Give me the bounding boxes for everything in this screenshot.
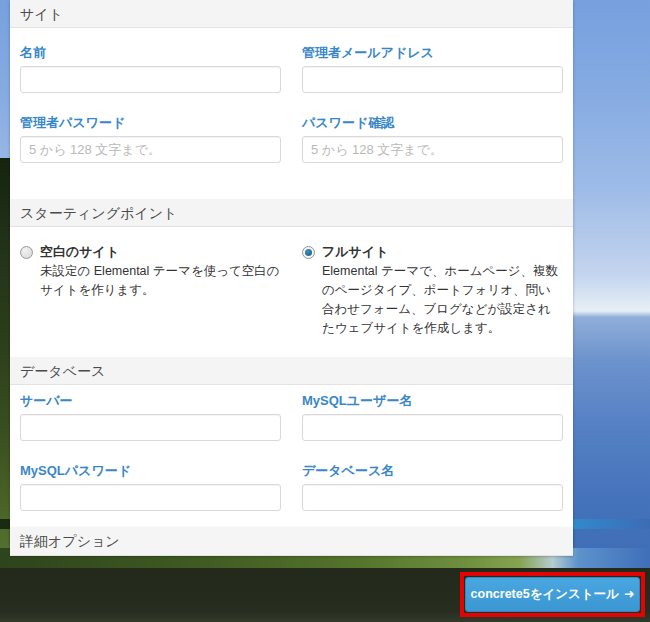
install-button-label: concrete5をインストール bbox=[471, 587, 619, 601]
field-admin-password: 管理者パスワード bbox=[20, 115, 281, 163]
section-body-database: サーバー MySQLユーザー名 MySQLパスワード データベース名 bbox=[10, 385, 573, 546]
radio-option-blank-site[interactable]: 空白のサイト 未設定の Elemental テーマを使って空白のサイトを作ります… bbox=[20, 243, 281, 338]
password-confirm-input[interactable] bbox=[302, 136, 563, 163]
advanced-options-title: 詳細オプション bbox=[20, 533, 120, 549]
db-name-label: データベース名 bbox=[302, 463, 563, 479]
installer-page: サイト 名前 管理者メールアドレス 管理者パスワード パスワード確 bbox=[0, 0, 650, 622]
field-db-name: データベース名 bbox=[302, 463, 563, 511]
blank-site-label: 空白のサイト bbox=[40, 243, 281, 261]
mysql-username-input[interactable] bbox=[302, 414, 563, 441]
advanced-options-header[interactable]: 詳細オプション bbox=[10, 527, 573, 556]
section-body-site: 名前 管理者メールアドレス 管理者パスワード パスワード確認 bbox=[10, 28, 573, 199]
field-admin-email: 管理者メールアドレス bbox=[302, 45, 563, 115]
site-name-label: 名前 bbox=[20, 45, 281, 61]
site-name-input[interactable] bbox=[20, 66, 281, 93]
field-password-confirm: パスワード確認 bbox=[302, 115, 563, 163]
radio-checked-icon[interactable] bbox=[302, 246, 315, 259]
section-title-starting-point: スターティングポイント bbox=[20, 205, 177, 221]
field-db-server: サーバー bbox=[20, 393, 281, 463]
password-confirm-label: パスワード確認 bbox=[302, 115, 563, 131]
annotation-highlight-box: concrete5をインストール➜ bbox=[460, 572, 645, 617]
db-server-label: サーバー bbox=[20, 393, 281, 409]
section-body-starting-point: 空白のサイト 未設定の Elemental テーマを使って空白のサイトを作ります… bbox=[10, 227, 573, 357]
install-form-panel: サイト 名前 管理者メールアドレス 管理者パスワード パスワード確 bbox=[10, 0, 573, 546]
mysql-password-input[interactable] bbox=[20, 484, 281, 511]
field-mysql-password: MySQLパスワード bbox=[20, 463, 281, 511]
section-title-site: サイト bbox=[20, 6, 63, 22]
blank-site-description: 未設定の Elemental テーマを使って空白のサイトを作ります。 bbox=[40, 262, 281, 300]
section-header-database: データベース bbox=[10, 357, 573, 385]
radio-unchecked-icon[interactable] bbox=[20, 246, 33, 259]
full-site-label: フルサイト bbox=[322, 243, 563, 261]
field-mysql-username: MySQLユーザー名 bbox=[302, 393, 563, 463]
db-server-input[interactable] bbox=[20, 414, 281, 441]
radio-option-full-site[interactable]: フルサイト Elemental テーマで、ホームページ、複数のページタイプ、ポー… bbox=[302, 243, 563, 338]
db-name-input[interactable] bbox=[302, 484, 563, 511]
mysql-username-label: MySQLユーザー名 bbox=[302, 393, 563, 409]
section-header-starting-point: スターティングポイント bbox=[10, 199, 573, 227]
admin-email-input[interactable] bbox=[302, 66, 563, 93]
full-site-description: Elemental テーマで、ホームページ、複数のページタイプ、ポートフォリオ、… bbox=[322, 262, 563, 338]
arrow-right-icon: ➜ bbox=[624, 587, 634, 601]
field-site-name: 名前 bbox=[20, 45, 281, 115]
admin-password-label: 管理者パスワード bbox=[20, 115, 281, 131]
admin-password-input[interactable] bbox=[20, 136, 281, 163]
section-header-site: サイト bbox=[10, 0, 573, 28]
mysql-password-label: MySQLパスワード bbox=[20, 463, 281, 479]
admin-email-label: 管理者メールアドレス bbox=[302, 45, 563, 61]
install-button[interactable]: concrete5をインストール➜ bbox=[465, 577, 640, 612]
section-title-database: データベース bbox=[20, 363, 105, 379]
